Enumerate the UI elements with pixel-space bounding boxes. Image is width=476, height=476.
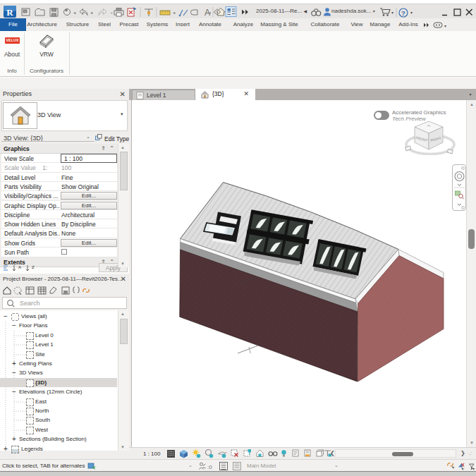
svg-text:A: A bbox=[205, 8, 210, 18]
svg-text:A: A bbox=[18, 265, 21, 269]
svg-text:?: ? bbox=[401, 9, 405, 17]
svg-text:▾: ▾ bbox=[444, 24, 446, 28]
svg-text::0: :0 bbox=[207, 464, 212, 470]
svg-text:Z: Z bbox=[32, 265, 35, 269]
svg-text:▾: ▾ bbox=[391, 11, 393, 15]
svg-text:R: R bbox=[6, 7, 13, 18]
svg-text:▾: ▾ bbox=[410, 11, 413, 15]
